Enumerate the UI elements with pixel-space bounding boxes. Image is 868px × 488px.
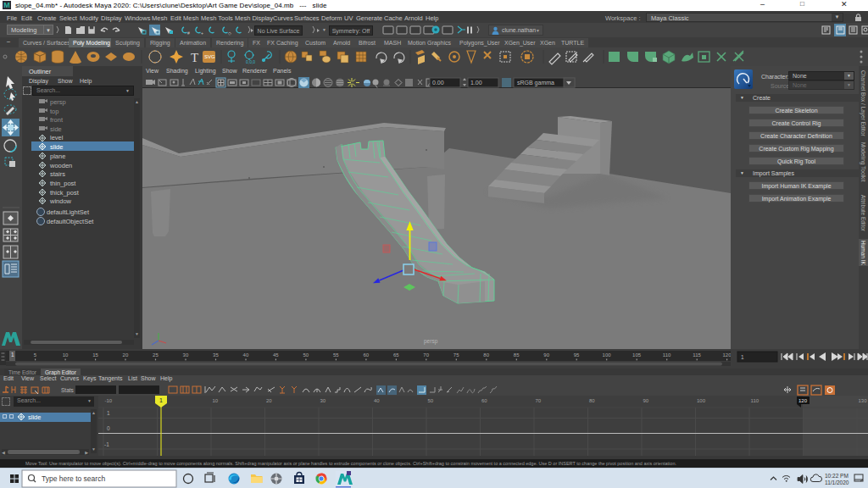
svg-text:1.00: 1.00 <box>470 80 482 86</box>
svg-text:#: # <box>187 30 190 36</box>
svg-text:50: 50 <box>303 352 309 358</box>
svg-text:120: 120 <box>798 398 808 403</box>
svg-text:110: 110 <box>751 398 760 403</box>
svg-text:55: 55 <box>333 352 339 358</box>
svg-text:60: 60 <box>363 352 369 358</box>
svg-text:10:22 PM: 10:22 PM <box>825 473 849 479</box>
svg-text:persp: persp <box>424 338 438 345</box>
svg-text:1: 1 <box>741 354 744 360</box>
svg-text:30: 30 <box>320 398 326 403</box>
svg-text:40: 40 <box>374 398 380 403</box>
svg-text:1: 1 <box>11 352 14 358</box>
svg-text:15: 15 <box>92 352 98 358</box>
svg-text:70: 70 <box>536 398 542 403</box>
svg-text:0,0,0: 0,0,0 <box>246 59 255 64</box>
svg-text:110: 110 <box>663 352 671 358</box>
svg-text:0.00: 0.00 <box>432 80 444 86</box>
svg-text:120: 120 <box>722 352 732 358</box>
svg-text:25: 25 <box>153 352 159 358</box>
svg-text:0: 0 <box>107 425 110 431</box>
svg-text:20: 20 <box>266 398 272 403</box>
svg-text:105: 105 <box>632 352 642 358</box>
svg-text:80: 80 <box>589 398 595 403</box>
svg-text:45: 45 <box>273 352 279 358</box>
svg-text:65: 65 <box>393 352 399 358</box>
svg-text:80: 80 <box>483 352 489 358</box>
svg-text:35: 35 <box>213 352 219 358</box>
svg-text:95: 95 <box>574 352 580 358</box>
svg-text:100: 100 <box>603 352 612 358</box>
svg-text:30: 30 <box>183 352 189 358</box>
svg-text:-1: -1 <box>104 441 109 447</box>
svg-text:100: 100 <box>697 398 706 403</box>
svg-text:90: 90 <box>543 352 549 358</box>
svg-text:T: T <box>191 51 198 64</box>
svg-text:sRGB gamma: sRGB gamma <box>517 80 554 86</box>
svg-text:40: 40 <box>243 352 249 358</box>
svg-text:90: 90 <box>643 398 649 403</box>
svg-text:11/1/2020: 11/1/2020 <box>825 480 849 485</box>
svg-text:75: 75 <box>453 352 459 358</box>
svg-text:50: 50 <box>428 398 434 403</box>
svg-text:130: 130 <box>859 398 868 403</box>
svg-text:1: 1 <box>159 397 163 403</box>
svg-text:-10: -10 <box>105 398 113 403</box>
svg-text:◇: ◇ <box>228 30 231 36</box>
svg-text:70: 70 <box>423 352 429 358</box>
svg-text:20: 20 <box>123 352 129 358</box>
svg-text:115: 115 <box>693 352 701 358</box>
svg-text:1: 1 <box>107 410 110 416</box>
svg-text:10: 10 <box>213 398 219 403</box>
svg-text:SVG: SVG <box>204 54 215 59</box>
svg-text:10: 10 <box>63 352 69 358</box>
svg-text:Stats: Stats <box>61 387 75 393</box>
svg-text:+: + <box>201 30 203 36</box>
svg-text:60: 60 <box>481 398 487 403</box>
svg-text:85: 85 <box>514 352 520 358</box>
svg-text:Type here to search: Type here to search <box>42 474 105 483</box>
